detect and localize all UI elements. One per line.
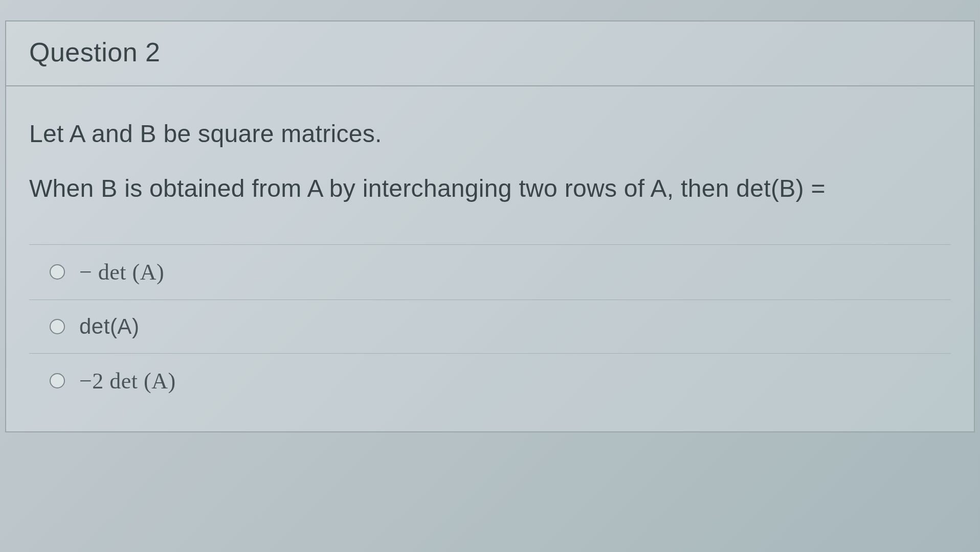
question-container: Question 2 Let A and B be square matrice…	[5, 20, 975, 432]
question-body: Let A and B be square matrices. When B i…	[6, 86, 974, 431]
question-title: Question 2	[29, 37, 951, 67]
option-row-2[interactable]: det(A)	[29, 300, 951, 353]
option-label-2: det(A)	[79, 314, 139, 339]
question-prompt-line1: Let A and B be square matrices.	[29, 114, 951, 154]
option-label-1: − det (A)	[79, 259, 164, 285]
option-row-3[interactable]: −2 det (A)	[29, 353, 951, 408]
radio-button-2[interactable]	[50, 319, 65, 334]
option-label-3: −2 det (A)	[79, 368, 176, 394]
radio-button-3[interactable]	[50, 373, 65, 388]
options-container: − det (A) det(A) −2 det (A)	[29, 244, 951, 408]
option-row-1[interactable]: − det (A)	[29, 244, 951, 300]
question-header: Question 2	[6, 21, 974, 86]
question-prompt-line2: When B is obtained from A by interchangi…	[29, 169, 951, 209]
radio-button-1[interactable]	[50, 264, 65, 280]
